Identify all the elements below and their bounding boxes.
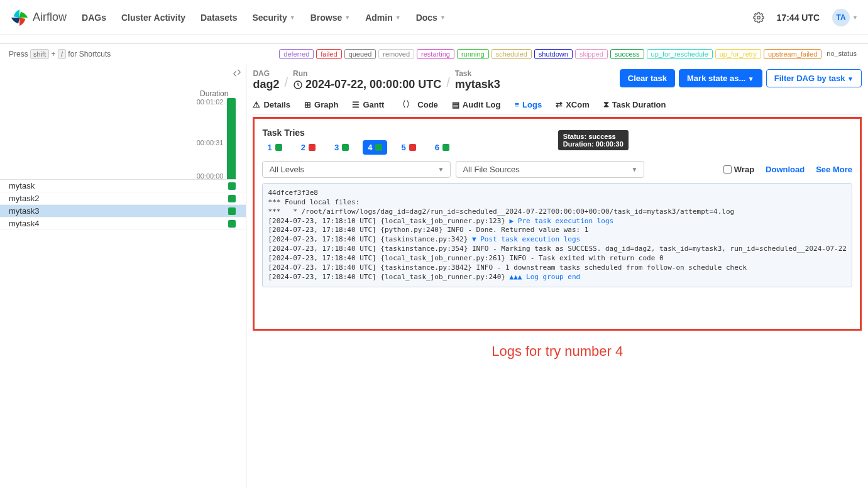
status-pill-up_for_reschedule[interactable]: up_for_reschedule bbox=[647, 49, 713, 59]
nav-item-datasets[interactable]: Datasets bbox=[201, 13, 237, 23]
log-line: [2024-07-23, 17:18:40 UTC] {local_task_j… bbox=[268, 273, 847, 282]
nav-item-dags[interactable]: DAGs bbox=[82, 13, 106, 23]
grid-panel: Duration 00:01:02 00:00:31 00:00:00 myta… bbox=[0, 64, 246, 488]
chevron-down-icon: ▼ bbox=[632, 166, 638, 173]
log-line: *** Found local files: bbox=[268, 198, 847, 207]
chevron-down-icon: ▼ bbox=[395, 14, 401, 21]
xcom-icon: ⇄ bbox=[556, 100, 563, 109]
gear-icon[interactable] bbox=[753, 12, 764, 23]
chevron-down-icon: ▼ bbox=[852, 14, 858, 21]
status-pill-restarting[interactable]: restarting bbox=[417, 49, 454, 59]
user-menu[interactable]: TA ▼ bbox=[832, 9, 858, 26]
status-pill-failed[interactable]: failed bbox=[316, 49, 341, 59]
shortcuts-hint: Press shift + / for Shortcuts bbox=[9, 50, 111, 58]
status-pill-up_for_retry[interactable]: up_for_retry bbox=[715, 49, 761, 59]
try-button-5[interactable]: 5 bbox=[396, 140, 420, 155]
nav-item-browse[interactable]: Browse▼ bbox=[310, 13, 351, 23]
filter-row bbox=[0, 35, 868, 44]
see-more-link[interactable]: See More bbox=[816, 165, 852, 174]
details-panel: DAG dag2 / Run 2024-07-22, 00:00:00 UTC … bbox=[246, 64, 868, 488]
clock-display[interactable]: 17:44 UTC bbox=[777, 13, 820, 23]
logo[interactable]: Airflow bbox=[10, 8, 67, 27]
task-status-box[interactable] bbox=[228, 207, 236, 215]
tab-audit-log[interactable]: ▤Audit Log bbox=[452, 99, 501, 110]
tab-logs[interactable]: ≡Logs bbox=[515, 99, 542, 110]
task-status-box[interactable] bbox=[228, 182, 236, 190]
task-status-box[interactable] bbox=[228, 220, 236, 228]
nav-item-cluster-activity[interactable]: Cluster Activity bbox=[121, 13, 185, 23]
avatar: TA bbox=[832, 9, 850, 26]
log-line: [2024-07-23, 17:18:40 UTC] {taskinstance… bbox=[268, 263, 847, 273]
file-source-select[interactable]: All File Sources▼ bbox=[456, 161, 644, 178]
nav-item-security[interactable]: Security▼ bbox=[252, 13, 295, 23]
filter-dag-button[interactable]: Filter DAG by task ▼ bbox=[766, 69, 862, 87]
tab-graph[interactable]: ⊞Graph bbox=[304, 99, 338, 110]
task-name: mytask4 bbox=[9, 219, 228, 228]
bc-run[interactable]: 2024-07-22, 00:00:00 UTC bbox=[293, 78, 441, 91]
tab-xcom[interactable]: ⇄XCom bbox=[556, 99, 590, 110]
chevron-down-icon: ▼ bbox=[748, 75, 754, 82]
task-duration-icon: ⧗ bbox=[603, 99, 609, 109]
try-button-4[interactable]: 4 bbox=[363, 140, 387, 155]
wrap-checkbox[interactable]: Wrap bbox=[723, 165, 754, 174]
status-pill-removed[interactable]: removed bbox=[378, 49, 414, 59]
task-row[interactable]: mytask3 bbox=[0, 205, 246, 218]
try-button-1[interactable]: 1 bbox=[262, 140, 287, 155]
tab-details[interactable]: ⚠Details bbox=[253, 99, 290, 110]
status-pill-success[interactable]: success bbox=[610, 49, 644, 59]
nav-item-docs[interactable]: Docs▼ bbox=[416, 13, 446, 23]
status-pill-queued[interactable]: queued bbox=[344, 49, 376, 59]
status-pill-shutdown[interactable]: shutdown bbox=[534, 49, 573, 59]
nav-item-admin[interactable]: Admin▼ bbox=[365, 13, 400, 23]
gantt-icon: ☰ bbox=[352, 100, 360, 109]
try-button-6[interactable]: 6 bbox=[430, 140, 454, 155]
svg-point-0 bbox=[757, 16, 760, 19]
status-pill-running[interactable]: running bbox=[457, 49, 489, 59]
code-icon: 〈〉 bbox=[398, 99, 414, 110]
task-name: mytask2 bbox=[9, 194, 228, 203]
duration-axis: 00:01:02 00:00:31 00:00:00 bbox=[0, 98, 246, 180]
task-row[interactable]: mytask4 bbox=[0, 218, 246, 230]
try-tooltip: Status: success Duration: 00:00:30 bbox=[558, 130, 629, 150]
logs-icon: ≡ bbox=[515, 100, 520, 109]
graph-icon: ⊞ bbox=[304, 100, 311, 109]
log-output[interactable]: 44dfcef3f3e8*** Found local files:*** * … bbox=[262, 183, 852, 287]
log-group-link[interactable]: ▼ Post task execution logs bbox=[472, 235, 580, 243]
mark-state-button[interactable]: Mark state as... ▼ bbox=[679, 69, 762, 87]
task-row[interactable]: mytask2 bbox=[0, 192, 246, 205]
task-name: mytask3 bbox=[9, 206, 228, 216]
collapse-icon[interactable] bbox=[232, 68, 242, 78]
chevron-down-icon: ▼ bbox=[290, 14, 295, 21]
log-group-link[interactable]: ▲▲▲ Log group end bbox=[510, 273, 581, 281]
try-button-2[interactable]: 2 bbox=[296, 140, 321, 155]
status-pill-scheduled[interactable]: scheduled bbox=[492, 49, 532, 59]
bc-dag[interactable]: dag2 bbox=[253, 78, 279, 91]
clock-icon bbox=[293, 80, 303, 90]
status-pill-skipped[interactable]: skipped bbox=[575, 49, 608, 59]
clear-task-button[interactable]: Clear task bbox=[620, 69, 675, 87]
chevron-down-icon: ▼ bbox=[438, 166, 444, 173]
log-line: [2024-07-23, 17:18:40 UTC] {local_task_j… bbox=[268, 254, 847, 263]
tab-gantt[interactable]: ☰Gantt bbox=[352, 99, 384, 110]
try-status-dot bbox=[442, 144, 449, 151]
download-link[interactable]: Download bbox=[766, 165, 805, 174]
run-duration-bar[interactable] bbox=[227, 98, 236, 180]
chevron-down-icon: ▼ bbox=[847, 75, 854, 82]
task-name: mytask bbox=[9, 181, 228, 190]
status-pill-none[interactable]: no_status bbox=[824, 49, 859, 59]
task-row[interactable]: mytask bbox=[0, 180, 246, 192]
tab-code[interactable]: 〈〉Code bbox=[398, 99, 438, 110]
task-status-box[interactable] bbox=[228, 195, 236, 202]
log-level-select[interactable]: All Levels▼ bbox=[262, 161, 451, 178]
tab-task-duration[interactable]: ⧗Task Duration bbox=[603, 99, 666, 110]
try-button-3[interactable]: 3 bbox=[329, 140, 354, 155]
logo-text: Airflow bbox=[33, 11, 67, 24]
duration-header: Duration bbox=[0, 89, 246, 98]
status-pill-upstream_failed[interactable]: upstream_failed bbox=[764, 49, 821, 59]
bc-task[interactable]: mytask3 bbox=[455, 78, 500, 91]
annotation-text: Logs for try number 4 bbox=[253, 343, 862, 360]
status-pill-deferred[interactable]: deferred bbox=[279, 49, 314, 59]
logs-content: Task Tries 123456 Status: success Durati… bbox=[253, 117, 862, 331]
log-group-link[interactable]: ▶ Pre task execution logs bbox=[510, 217, 614, 225]
details-icon: ⚠ bbox=[253, 100, 260, 109]
